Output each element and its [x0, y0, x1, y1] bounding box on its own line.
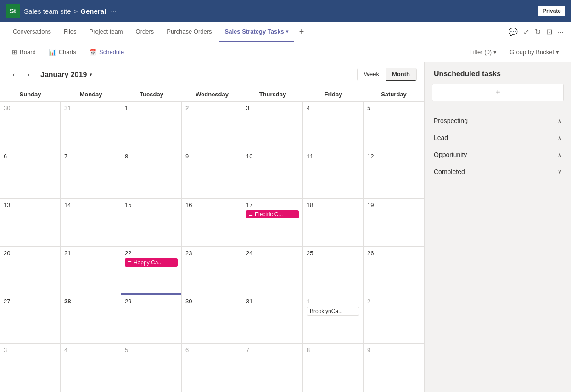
cell-22[interactable]: 22 ☰ Happy Ca...: [121, 247, 182, 295]
cell-8[interactable]: 8: [121, 150, 182, 198]
bucket-completed-name: Completed: [434, 168, 465, 175]
add-unscheduled-task-btn[interactable]: +: [432, 84, 564, 101]
task-icon: ☰: [249, 212, 253, 217]
cell-31[interactable]: 31: [61, 102, 121, 150]
cell-4[interactable]: 4: [303, 102, 364, 150]
cell-3[interactable]: 3: [242, 102, 303, 150]
cell-feb7[interactable]: 7: [242, 344, 303, 392]
task-electric[interactable]: ☰ Electric C...: [246, 210, 299, 218]
task-icon-happy: ☰: [128, 260, 132, 265]
cell-feb2[interactable]: 2: [364, 295, 424, 343]
cell-30b[interactable]: 30: [182, 295, 242, 343]
cell-17[interactable]: 17 ☰ Electric C...: [242, 199, 303, 246]
cell-feb8[interactable]: 8: [303, 344, 364, 392]
refresh-icon[interactable]: ↻: [535, 28, 541, 36]
top-bar-left: St Sales team site > General ···: [6, 4, 117, 18]
tab-project-team[interactable]: Project team: [84, 22, 129, 42]
cell-18[interactable]: 18: [303, 199, 364, 246]
month-dropdown-icon: ▾: [90, 72, 92, 77]
board-view-btn[interactable]: ⊞ Board: [7, 46, 40, 58]
day-header-wed: Wednesday: [182, 87, 242, 101]
cell-12[interactable]: 12: [364, 150, 424, 198]
cell-5[interactable]: 5: [364, 102, 424, 150]
cell-27[interactable]: 27: [0, 295, 61, 343]
top-bar: St Sales team site > General ··· Private: [0, 0, 571, 22]
expand-icon[interactable]: ⤢: [523, 28, 529, 36]
charts-label: Charts: [59, 49, 76, 56]
cell-31b[interactable]: 31: [242, 295, 303, 343]
unscheduled-header: Unscheduled tasks: [425, 62, 571, 84]
cell-feb3[interactable]: 3: [0, 344, 61, 392]
week-view-btn[interactable]: Week: [358, 68, 386, 81]
cell-23[interactable]: 23: [182, 247, 242, 295]
schedule-view-btn[interactable]: 📅 Schedule: [84, 46, 129, 58]
toolbar-right: Filter (0) ▾ Group by Bucket ▾: [465, 46, 564, 58]
cell-19[interactable]: 19: [364, 199, 424, 246]
cell-29[interactable]: 29: [121, 295, 182, 343]
bucket-section: Prospecting ∧ Lead ∧ Opportunity ∧ Compl…: [425, 109, 571, 184]
cell-feb5[interactable]: 5: [121, 344, 182, 392]
more-icon[interactable]: ···: [558, 28, 564, 36]
cell-7[interactable]: 7: [61, 150, 121, 198]
channel-name: General: [80, 7, 106, 15]
prev-month-btn[interactable]: ‹: [7, 68, 20, 81]
cell-16[interactable]: 16: [182, 199, 242, 246]
cell-1[interactable]: 1: [121, 102, 182, 150]
tab-purchase-orders[interactable]: Purchase Orders: [161, 22, 217, 42]
cell-14[interactable]: 14: [61, 199, 121, 246]
tab-files[interactable]: Files: [58, 22, 82, 42]
calendar-week-1: 30 31 1 2 3 4 5: [0, 102, 424, 150]
bucket-opportunity[interactable]: Opportunity ∧: [434, 146, 562, 163]
nav-actions: 💬 ⤢ ↻ ⊡ ···: [509, 28, 564, 36]
cell-15[interactable]: 15: [121, 199, 182, 246]
board-icon: ⊞: [12, 49, 17, 56]
site-name: Sales team site: [24, 7, 71, 15]
cell-2[interactable]: 2: [182, 102, 242, 150]
chat-icon[interactable]: 💬: [509, 28, 518, 36]
cell-feb9[interactable]: 9: [364, 344, 424, 392]
cell-11[interactable]: 11: [303, 150, 364, 198]
bucket-completed[interactable]: Completed ∨: [434, 163, 562, 180]
day-header-tue: Tuesday: [121, 87, 182, 101]
cell-20[interactable]: 20: [0, 247, 61, 295]
month-title-text: January 2019: [40, 71, 87, 79]
tab-sales-strategy-tasks[interactable]: Sales Strategy Tasks ▾: [219, 22, 294, 42]
cell-30[interactable]: 30: [0, 102, 61, 150]
cell-26[interactable]: 26: [364, 247, 424, 295]
cell-feb4[interactable]: 4: [61, 344, 121, 392]
charts-view-btn[interactable]: 📊 Charts: [44, 46, 81, 58]
private-badge: Private: [538, 6, 565, 16]
cell-10[interactable]: 10: [242, 150, 303, 198]
month-title[interactable]: January 2019 ▾: [40, 71, 92, 79]
nav-add-tab[interactable]: +: [296, 27, 308, 37]
bucket-prospecting[interactable]: Prospecting ∧: [434, 112, 562, 129]
group-by-button[interactable]: Group by Bucket ▾: [505, 46, 564, 58]
tab-orders[interactable]: Orders: [130, 22, 160, 42]
schedule-icon: 📅: [89, 49, 96, 56]
top-bar-right: Private: [538, 6, 565, 16]
tab-label: Sales Strategy Tasks: [225, 28, 284, 35]
cell-feb6[interactable]: 6: [182, 344, 242, 392]
cell-9[interactable]: 9: [182, 150, 242, 198]
filter-button[interactable]: Filter (0) ▾: [465, 46, 501, 58]
month-view-btn[interactable]: Month: [386, 68, 416, 81]
bucket-prospecting-chevron: ∧: [558, 118, 562, 124]
main-layout: ‹ › January 2019 ▾ Week Month Sunday Mon…: [0, 62, 571, 392]
view-switcher: Week Month: [357, 68, 417, 81]
cell-21[interactable]: 21: [61, 247, 121, 295]
cell-25[interactable]: 25: [303, 247, 364, 295]
nav-tabs: Conversations Files Project team Orders …: [7, 22, 308, 42]
bucket-lead-name: Lead: [434, 134, 448, 141]
cell-24[interactable]: 24: [242, 247, 303, 295]
cell-feb1[interactable]: 1 BrooklynCa...: [303, 295, 364, 343]
task-happy[interactable]: ☰ Happy Ca...: [125, 258, 178, 267]
next-month-btn[interactable]: ›: [22, 68, 35, 81]
cell-13[interactable]: 13: [0, 199, 61, 246]
cell-6[interactable]: 6: [0, 150, 61, 198]
cell-28[interactable]: 28: [61, 295, 121, 343]
popout-icon[interactable]: ⊡: [546, 28, 552, 36]
task-brooklyn[interactable]: BrooklynCa...: [307, 307, 359, 316]
tab-conversations[interactable]: Conversations: [7, 22, 56, 42]
bucket-lead[interactable]: Lead ∧: [434, 129, 562, 146]
channel-ellipsis: ···: [111, 7, 117, 15]
